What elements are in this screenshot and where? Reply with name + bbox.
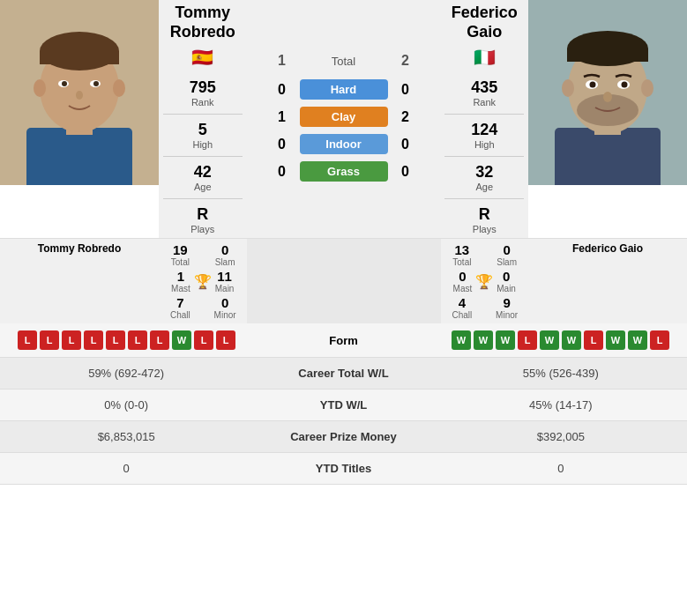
right-stats-col: Federico Gaio 🇮🇹 435 Rank 124 High 32 Ag…: [441, 0, 529, 238]
right-slam-stat: 0 Slam: [489, 242, 525, 267]
svg-point-12: [113, 79, 125, 97]
ytd-wl-label: YTD W/L: [235, 398, 452, 412]
left-form-9: L: [194, 330, 213, 350]
svg-rect-18: [567, 48, 648, 62]
right-ytd-wl: 45% (14-17): [452, 398, 669, 412]
right-form-4: L: [518, 330, 537, 350]
grass-badge: Grass: [300, 161, 388, 182]
form-label: Form: [291, 334, 397, 347]
ytd-wl-row: 0% (0-0) YTD W/L 45% (14-17): [0, 390, 687, 421]
svg-rect-5: [40, 51, 119, 64]
total-label: Total: [300, 55, 388, 68]
hard-left-score: 0: [273, 82, 291, 98]
prize-label: Career Prize Money: [235, 430, 452, 443]
left-chall-stat: 7 Chall: [162, 295, 198, 320]
svg-point-22: [590, 82, 596, 88]
svg-point-24: [603, 92, 612, 102]
right-ytd-titles: 0: [452, 462, 669, 475]
player-section: Tommy Robredo 🇪🇸 795 Rank 5 High 42 Age …: [0, 0, 687, 238]
left-form-5: L: [106, 330, 125, 350]
middle-section: 1 Total 2 0 Hard 0 1 Clay 2 0 Indoor 0: [247, 0, 441, 238]
right-minor-stat: 9 Minor: [489, 295, 525, 320]
total-left: 1: [273, 53, 291, 69]
left-trophy-icon: 🏆: [194, 273, 212, 290]
right-plays-value: R: [473, 205, 497, 224]
grass-left-score: 0: [273, 164, 291, 180]
right-form-6: W: [562, 330, 581, 350]
right-mast-row: 0 Mast 🏆 0 Main: [444, 269, 526, 293]
left-rank-block: 795 Rank: [190, 78, 216, 108]
left-form-7: L: [150, 330, 169, 350]
total-row: 1 Total 2: [254, 53, 434, 69]
prize-row: $6,853,015 Career Prize Money $392,005: [0, 421, 687, 453]
right-form-3: W: [496, 330, 515, 350]
left-ytd-wl: 0% (0-0): [18, 398, 235, 412]
left-mast-row: 1 Mast 🏆 11 Main: [162, 269, 243, 293]
left-form-2: L: [40, 330, 59, 350]
ytd-titles-row: 0 YTD Titles 0: [0, 453, 687, 485]
right-name-label: Federico Gaio: [532, 242, 683, 255]
svg-rect-14: [555, 128, 661, 185]
total-right: 2: [397, 53, 414, 69]
right-form-badges: W W W L W W L W W L: [397, 330, 670, 350]
left-form-3: L: [62, 330, 81, 350]
hard-row: 0 Hard 0: [254, 79, 434, 100]
right-rank-block: 435 Rank: [471, 78, 497, 108]
clay-right-score: 2: [397, 109, 414, 125]
right-age-label: Age: [475, 182, 493, 192]
left-form-10: L: [216, 330, 235, 350]
hard-right-score: 0: [397, 82, 414, 98]
main-container: Tommy Robredo 🇪🇸 795 Rank 5 High 42 Age …: [0, 0, 687, 485]
form-row: L L L L L L L W L L Form W W W L W W L W: [0, 323, 687, 358]
left-rank-label: Rank: [190, 97, 216, 108]
right-form-2: W: [474, 330, 493, 350]
grass-row: 0 Grass 0: [254, 161, 434, 182]
right-form-1: W: [452, 330, 471, 350]
svg-point-10: [76, 91, 83, 100]
left-stats-col: Tommy Robredo 🇪🇸 795 Rank 5 High 42 Age …: [159, 0, 247, 238]
left-total-stat: 19 Total: [162, 242, 198, 267]
svg-point-8: [62, 81, 67, 86]
left-player-flag: 🇪🇸: [191, 47, 213, 68]
left-plays-value: R: [190, 205, 214, 224]
right-plays-block: R Plays: [473, 205, 497, 234]
right-form-8: W: [606, 330, 625, 350]
clay-left-score: 1: [273, 109, 291, 125]
right-age-value: 32: [475, 163, 493, 182]
right-player-flag: 🇮🇹: [474, 47, 496, 68]
left-mini-stats: 19 Total 0 Slam 1 Mast 🏆 11 Main: [159, 239, 247, 323]
left-prize: $6,853,015: [18, 430, 235, 443]
svg-point-9: [93, 81, 99, 86]
left-form-4: L: [84, 330, 103, 350]
indoor-row: 0 Indoor 0: [254, 134, 434, 154]
right-high-label: High: [471, 139, 497, 150]
right-career-wl: 55% (526-439): [452, 367, 669, 380]
left-name-below: Tommy Robredo: [0, 239, 159, 323]
left-plays-label: Plays: [190, 224, 214, 234]
right-name-below: Federico Gaio: [528, 239, 687, 323]
left-player-name: Tommy Robredo: [159, 4, 247, 41]
right-age-block: 32 Age: [475, 163, 493, 192]
ytd-titles-label: YTD Titles: [235, 462, 452, 475]
indoor-left-score: 0: [273, 137, 291, 152]
career-wl-row: 59% (692-472) Career Total W/L 55% (526-…: [0, 358, 687, 390]
svg-rect-1: [26, 128, 132, 185]
svg-point-23: [622, 82, 628, 88]
left-high-block: 5 High: [192, 121, 213, 150]
left-slam-stat: 0 Slam: [207, 242, 243, 267]
right-plays-label: Plays: [473, 224, 497, 234]
mini-stats-section: Tommy Robredo 19 Total 0 Slam 1 Mast 🏆: [0, 238, 687, 323]
left-player-photo: [0, 0, 159, 185]
left-form-6: L: [128, 330, 147, 350]
bottom-section: L L L L L L L W L L Form W W W L W W L W: [0, 323, 687, 485]
left-age-block: 42 Age: [194, 163, 212, 192]
left-high-label: High: [192, 139, 213, 150]
right-total-stat: 13 Total: [444, 242, 481, 267]
left-form-badges: L L L L L L L W L L: [18, 330, 291, 350]
left-high-value: 5: [192, 121, 213, 139]
left-name-label: Tommy Robredo: [4, 242, 155, 255]
left-form-8: W: [172, 330, 191, 350]
right-prize: $392,005: [452, 430, 669, 443]
svg-point-25: [562, 79, 574, 97]
left-minor-stat: 0 Minor: [207, 295, 243, 320]
